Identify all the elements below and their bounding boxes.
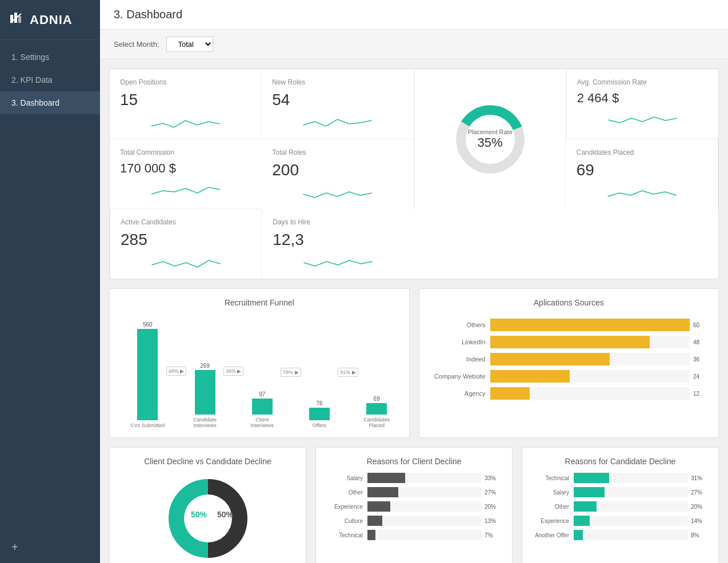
funnel-bar-interviews: 269 Candidate Interviews [187, 363, 222, 428]
source-value-linkedin: 48 [693, 339, 705, 345]
client-pct-experience: 20% [485, 504, 501, 510]
funnel-label-4: Offers [313, 423, 326, 428]
kpi-days-to-hire-label: Days to Hire [273, 218, 403, 226]
source-value-agency: 12 [693, 391, 705, 397]
kpi-candidates-placed-label: Candidates Placed [577, 148, 707, 156]
funnel-arrow-1: 48% ▶ [165, 367, 188, 376]
client-reason-experience: Experience 20% [327, 501, 501, 512]
cand-bar-technical [574, 473, 609, 483]
funnel-bar-5 [366, 403, 387, 415]
funnel-value-4: 76 [316, 400, 322, 407]
add-button[interactable]: + [0, 532, 100, 563]
funnel-bar-placed: 69 Candidates Placed [359, 396, 394, 428]
source-bar-indeed [490, 353, 610, 365]
kpi-total-roles-label: Total Roles [272, 148, 403, 156]
bottom-row: Client Decline vs Candidate Decline 50% … [109, 447, 719, 563]
kpi-avg-commission-label: Avg. Commission Rate [577, 78, 708, 86]
reasons-candidate-card: Reasons for Candidate Decline Technical … [522, 447, 719, 563]
sidebar-nav: 1. Settings 2. KPI Data 3. Dashboard [0, 40, 100, 532]
sidebar-item-settings[interactable]: 1. Settings [0, 46, 100, 69]
cand-reason-experience: Experience 14% [534, 516, 707, 526]
placement-rate-text: Placement Rate [467, 128, 512, 135]
funnel-bar-client: 97 Client Interviews [245, 391, 279, 428]
cand-bar-another-offer [574, 530, 583, 540]
cand-bar-salary [574, 487, 605, 497]
funnel-value-1: 560 [143, 321, 153, 328]
recruitment-funnel-card: Recruitment Funnel 560 CVs Submitted 48%… [109, 288, 410, 438]
source-bar-container-agency [490, 387, 690, 400]
decline-donut-container: 50% 50% [119, 473, 297, 563]
cand-pct-experience: 14% [691, 518, 707, 524]
kpi-avg-commission-sparkline [577, 111, 708, 128]
funnel-bar-3 [252, 399, 273, 415]
client-pct-technical: 7% [485, 532, 501, 538]
client-bar-culture [367, 516, 382, 526]
placement-rate-donut: Placement Rate 35% [414, 69, 566, 209]
funnel-label-5: Candidates Placed [359, 417, 394, 428]
client-label-other: Other [327, 489, 367, 496]
kpi-active-candidates-value: 285 [121, 231, 251, 249]
main-header: 3. Dashboard [100, 0, 728, 30]
client-pct-salary: 33% [485, 475, 501, 481]
source-row-others: Others 60 [433, 319, 705, 331]
source-label-others: Others [433, 321, 490, 328]
funnel-arrow-3: 78% ▶ [279, 366, 302, 376]
kpi-candidates-placed-sparkline [577, 185, 707, 202]
client-bar-wrap-experience [367, 501, 482, 512]
source-bar-agency [490, 387, 530, 400]
source-value-indeed: 36 [693, 356, 705, 363]
client-label-culture: Culture [327, 518, 367, 524]
funnel-label-1: CVs Submitted [130, 423, 165, 428]
client-pct-other: 27% [485, 489, 501, 496]
month-select[interactable]: Total [166, 37, 213, 52]
kpi-total-commission: Total Commission 170 000 $ [110, 139, 262, 209]
donut-label: Placement Rate 35% [467, 128, 512, 150]
source-row-indeed: Indeed 36 [433, 353, 705, 365]
source-bar-container-indeed [490, 353, 690, 365]
cand-reason-another-offer: Another Offer 8% [534, 530, 707, 540]
funnel-label-3: Client Interviews [245, 417, 279, 428]
funnel-arrow-2: 36% ▶ [222, 368, 245, 374]
charts-row: Recruitment Funnel 560 CVs Submitted 48%… [109, 288, 719, 438]
client-reason-technical: Technical 7% [327, 530, 501, 540]
sidebar-item-kpi[interactable]: 2. KPI Data [0, 69, 100, 91]
client-label-salary: Salary [327, 475, 367, 481]
cand-label-experience: Experience [534, 518, 574, 524]
svg-text:50%: 50% [217, 510, 234, 519]
client-bar-wrap-other [367, 487, 482, 497]
client-bar-wrap-technical [367, 530, 482, 540]
cand-bar-wrap-another-offer [574, 530, 688, 540]
source-row-company: Company Website 24 [433, 370, 705, 383]
client-decline-card: Client Decline vs Candidate Decline 50% … [109, 447, 306, 563]
client-bar-wrap-salary [367, 473, 482, 483]
client-decline-title: Client Decline vs Candidate Decline [119, 457, 297, 466]
svg-text:50%: 50% [191, 510, 207, 519]
funnel-label-2: Candidate Interviews [187, 417, 222, 428]
source-row-agency: Agency 12 [433, 387, 705, 400]
cand-reason-other: Other 20% [534, 501, 707, 512]
page-title: 3. Dashboard [114, 8, 182, 21]
cand-pct-another-offer: 8% [691, 532, 707, 538]
kpi-active-candidates: Active Candidates 285 [110, 209, 262, 279]
client-bar-technical [367, 530, 375, 540]
kpi-new-roles: New Roles 54 [262, 69, 414, 139]
reasons-client-card: Reasons for Client Decline Salary 33% Ot… [315, 447, 513, 563]
source-row-linkedin: LinkedIn 48 [433, 336, 705, 348]
kpi-total-roles-sparkline [272, 185, 403, 202]
funnel-bar-4 [309, 408, 330, 420]
kpi-active-candidates-sparkline [121, 255, 251, 272]
cand-bar-wrap-technical [574, 473, 688, 483]
kpi-new-roles-sparkline [272, 115, 403, 132]
source-chart: Others 60 LinkedIn 48 Inde [429, 319, 710, 400]
sidebar-item-dashboard[interactable]: 3. Dashboard [0, 91, 100, 114]
kpi-open-positions-value: 15 [120, 91, 251, 109]
kpi-days-to-hire: Days to Hire 12,3 [262, 209, 414, 279]
placement-rate-pct: 35% [467, 135, 512, 150]
funnel-value-3: 97 [259, 391, 265, 397]
client-label-experience: Experience [327, 504, 367, 510]
kpi-total-commission-sparkline [120, 182, 251, 199]
cand-label-technical: Technical [534, 475, 574, 481]
kpi-active-candidates-label: Active Candidates [121, 218, 251, 226]
kpi-open-positions-sparkline [120, 115, 251, 132]
source-label-agency: Agency [433, 390, 490, 397]
